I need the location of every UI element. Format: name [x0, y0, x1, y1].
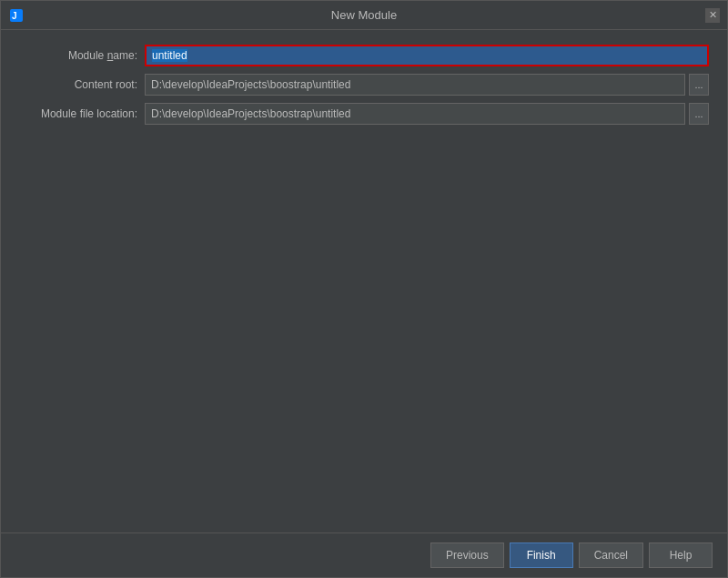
cancel-button[interactable]: Cancel: [579, 543, 643, 568]
finish-button[interactable]: Finish: [510, 543, 573, 568]
title-bar-left: J: [8, 7, 25, 24]
content-root-input-container: ...: [145, 74, 709, 96]
dialog-body: Module name: Content root: ... Module fi…: [1, 30, 727, 532]
dialog-title: New Module: [331, 8, 397, 22]
dialog-footer: Previous Finish Cancel Help: [1, 532, 727, 577]
content-root-label: Content root:: [19, 78, 137, 91]
module-file-location-browse-button[interactable]: ...: [689, 103, 709, 125]
module-file-location-label: Module file location:: [19, 107, 137, 120]
module-name-input-container: [145, 45, 709, 66]
module-file-location-input[interactable]: [145, 103, 685, 125]
svg-text:J: J: [12, 11, 17, 21]
content-root-browse-button[interactable]: ...: [689, 74, 709, 96]
content-root-input[interactable]: [145, 74, 685, 96]
module-name-label: Module name:: [19, 49, 137, 62]
module-name-row: Module name:: [19, 45, 709, 66]
module-name-input[interactable]: [145, 45, 709, 66]
new-module-dialog: J New Module ✕ Module name: Content root…: [0, 0, 728, 578]
previous-button[interactable]: Previous: [430, 543, 504, 568]
content-root-row: Content root: ...: [19, 74, 709, 96]
module-file-location-row: Module file location: ...: [19, 103, 709, 125]
close-button[interactable]: ✕: [705, 8, 720, 23]
help-button[interactable]: Help: [649, 543, 713, 568]
title-bar: J New Module ✕: [1, 1, 727, 30]
module-file-location-input-container: ...: [145, 103, 709, 125]
intellij-icon: J: [8, 7, 25, 24]
